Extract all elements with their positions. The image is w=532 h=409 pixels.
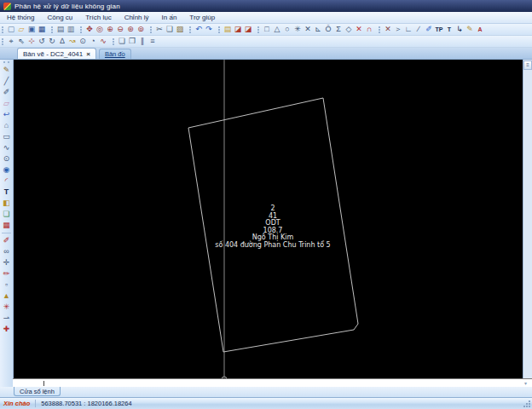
line-tool-icon[interactable]: ∕ <box>413 25 424 35</box>
node-snap-icon[interactable]: ⊹ <box>26 37 37 47</box>
tab-ban-ve[interactable]: Bản vẽ - DC2_4041× <box>17 48 96 59</box>
tab-ban-do[interactable]: Bản đồ <box>99 49 131 59</box>
resize-grip[interactable] <box>523 400 530 407</box>
rotate-ccw-icon[interactable]: ↺ <box>37 37 47 47</box>
center-point-icon[interactable]: ⊙ <box>78 37 88 47</box>
layers-icon[interactable]: ❏ <box>117 37 127 47</box>
node-edit-icon[interactable]: ✳ <box>1 302 12 313</box>
print-preview-icon[interactable]: ▥ <box>66 25 76 35</box>
columns-icon[interactable]: ∥ <box>137 37 147 47</box>
tab-command-window[interactable]: Cửa sổ lệnh <box>14 387 61 396</box>
spline-icon[interactable]: ∿ <box>98 37 108 47</box>
menu-he-thong[interactable]: Hệ thống <box>7 14 34 21</box>
vertex-delete-icon[interactable]: ✕ <box>383 25 393 35</box>
zoom-in-icon[interactable]: ⊕ <box>105 25 115 35</box>
grid-icon[interactable]: ▦ <box>1 220 12 231</box>
eraser-icon[interactable]: ▱ <box>1 98 12 109</box>
pan-icon[interactable]: ✥ <box>84 25 95 35</box>
database-icon[interactable]: ▦ <box>37 25 47 35</box>
right-scrollbar-strip[interactable]: ≡ <box>523 60 532 378</box>
menu-cong-cu[interactable]: Công cụ <box>47 14 72 21</box>
red-pencil-icon[interactable]: ✏ <box>1 268 12 279</box>
app-window: Phân hệ xử lý dữ liệu không gian Hệ thốn… <box>0 0 532 409</box>
menu-tro-giup[interactable]: Trợ giúp <box>189 14 215 21</box>
paste-icon[interactable]: ▨ <box>175 25 185 35</box>
angle-tool-icon[interactable]: ∆ <box>57 37 67 47</box>
pencil-icon[interactable]: ✎ <box>1 65 12 76</box>
text-tool-icon[interactable]: T <box>1 187 12 198</box>
zoom-realtime-icon[interactable]: ◎ <box>95 25 105 35</box>
list-view-icon[interactable]: ≡ <box>147 37 158 47</box>
perpendicular-icon[interactable]: ⊾ <box>313 25 323 35</box>
text-style-icon[interactable]: A <box>475 25 485 35</box>
brush-tool-icon[interactable]: ✐ <box>424 25 434 35</box>
command-scroll-button[interactable]: ▾ <box>524 380 527 386</box>
undo-icon[interactable]: ↶ <box>194 25 204 35</box>
new-document-icon[interactable]: ▢ <box>6 25 16 35</box>
select-plus-icon[interactable]: ⇖ <box>16 37 26 47</box>
pick-arrow-icon[interactable]: ↳ <box>454 25 465 35</box>
zoom-window-icon[interactable]: ⊛ <box>125 25 136 35</box>
left-panel-pad <box>0 378 13 387</box>
layers-off-icon[interactable]: ❐ <box>127 37 137 47</box>
print-icon[interactable]: ▤ <box>55 25 66 35</box>
menu-in-an[interactable]: In ấn <box>162 14 177 21</box>
polygon-icon[interactable]: ⌂ <box>1 120 12 131</box>
cut-icon[interactable]: ✂ <box>154 25 165 35</box>
move-icon[interactable]: ✛ <box>1 257 12 268</box>
draw-star-icon[interactable]: ✳ <box>292 25 303 35</box>
rectangle-icon[interactable]: ▭ <box>1 131 12 142</box>
sketch-pen-icon[interactable]: ✎ <box>465 25 475 35</box>
orbit-icon[interactable]: ◔ <box>88 37 98 47</box>
sum-area-icon[interactable]: Σ <box>333 25 344 35</box>
eye-icon[interactable]: ◉ <box>1 164 12 176</box>
trim-icon[interactable]: ∟ <box>403 25 413 35</box>
export-map-icon[interactable]: ◪ <box>233 25 243 35</box>
command-input[interactable]: ▾ <box>13 378 532 387</box>
menu-trich-luc[interactable]: Trích lục <box>85 14 111 21</box>
spline-wave-icon[interactable]: ∿ <box>1 142 12 153</box>
line-icon[interactable]: ╱ <box>1 76 12 87</box>
zoom-previous-icon[interactable]: ⊚ <box>136 25 146 35</box>
vertex-icon[interactable]: ▫ <box>1 279 12 291</box>
link-icon[interactable]: ∞ <box>1 246 12 257</box>
curve-tool-icon[interactable]: ↝ <box>67 37 78 47</box>
label-t-icon[interactable]: T <box>444 25 454 35</box>
curve-red-icon[interactable]: ∩ <box>364 25 374 35</box>
menu-chinh-ly[interactable]: Chỉnh lý <box>124 14 149 21</box>
flatten-icon[interactable]: ▤ <box>223 25 233 35</box>
fit-view-icon[interactable]: ⌖ <box>6 37 16 47</box>
open-folder-icon[interactable]: ▱ <box>16 25 26 35</box>
panel-toggle-button[interactable]: ≡ <box>523 60 532 70</box>
delete-red-icon[interactable]: ✕ <box>354 25 364 35</box>
offset-icon[interactable]: Ō <box>323 25 333 35</box>
extend-icon[interactable]: ＞ <box>393 25 403 35</box>
fill-icon[interactable]: ◧ <box>1 198 12 209</box>
map-canvas[interactable]: 241ODT108.7Ngô Thị Kimsố 404 đường Phan … <box>14 60 523 378</box>
draw-rectangle-icon[interactable]: □ <box>262 25 272 35</box>
measure-icon[interactable]: ⇀ <box>1 313 12 324</box>
copy-icon[interactable]: ❏ <box>165 25 175 35</box>
undo-arc-icon[interactable]: ↩ <box>1 109 12 120</box>
circle-center-icon[interactable]: ⊙ <box>1 153 12 164</box>
import-map-icon[interactable]: ◪ <box>243 25 253 35</box>
rotate-cw-icon[interactable]: ↻ <box>47 37 57 47</box>
label-tp-icon[interactable]: TP <box>434 25 444 35</box>
copy-features-icon[interactable]: ❏ <box>1 209 12 220</box>
menu-bar: Hệ thốngCông cụTrích lụcChỉnh lýIn ấnTrợ… <box>0 12 532 24</box>
draw-diamond-icon[interactable]: ◇ <box>344 25 354 35</box>
zoom-out-icon[interactable]: ⊖ <box>115 25 125 35</box>
save-icon[interactable]: ▣ <box>26 25 37 35</box>
draw-circle-icon[interactable]: ○ <box>282 25 292 35</box>
redo-icon[interactable]: ↷ <box>204 25 214 35</box>
toolbar-grip[interactable] <box>3 61 9 63</box>
cross-plus-icon[interactable]: ✚ <box>1 324 12 335</box>
polyline-icon[interactable]: ✐ <box>1 87 12 98</box>
toolbar-row-2: ⌖⇖⊹↺↻∆↝⊙◔∿❏❐∥≡ <box>0 36 532 48</box>
red-marker-icon[interactable]: ✐ <box>1 235 12 246</box>
draw-triangle-icon[interactable]: △ <box>272 25 282 35</box>
warning-icon[interactable]: ▲ <box>1 291 12 302</box>
erase-x-icon[interactable]: ✕ <box>303 25 313 35</box>
arc-icon[interactable]: ◜ <box>1 176 12 187</box>
tab-close-icon[interactable]: × <box>86 50 90 58</box>
